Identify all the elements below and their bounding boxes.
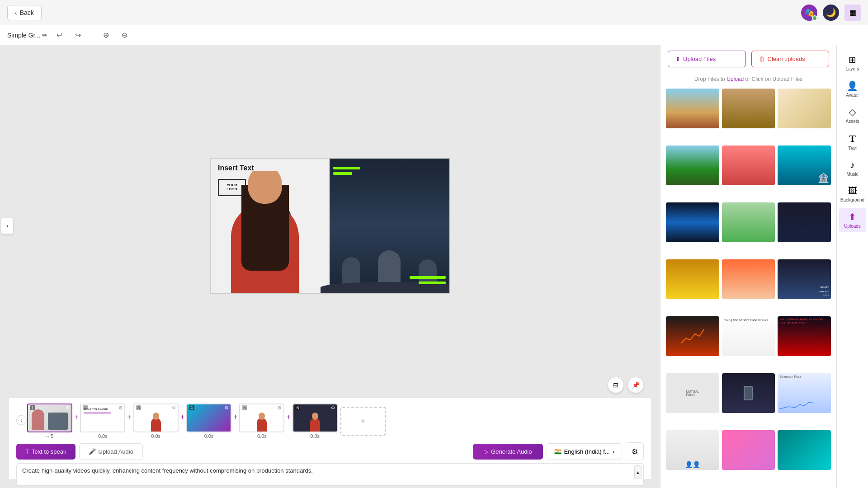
connector-1: + [73, 413, 79, 421]
settings-icon: ⚙ [632, 447, 638, 456]
slide-num-1: 1 [30, 405, 35, 410]
music-label: Music [846, 172, 858, 177]
slide-thumb-2[interactable]: 2 ⚙ TITLE TITLE HERE [80, 404, 125, 432]
image-thumb-crane[interactable] [778, 202, 831, 242]
image-thumb-map[interactable] [778, 89, 831, 128]
language-selector[interactable]: 🇮🇳 English (India) f... › [547, 443, 623, 460]
slide-item-2: 2 ⚙ TITLE TITLE HERE 0.0s [80, 404, 125, 439]
slide-thumb-3[interactable]: 3 ⚙ [133, 404, 179, 432]
sidebar-item-text[interactable]: T Text [839, 129, 866, 155]
project-name-text: Simple Gr... [7, 32, 40, 39]
clean-uploads-button[interactable]: 🗑 Clean uploads [751, 51, 830, 67]
image-thumb-teal[interactable] [778, 430, 831, 470]
image-thumb-sip[interactable]: SIP STOPPAGE RATIO AT RECORDHIGH OF 80% … [778, 316, 831, 356]
back-chevron-icon: ‹ [15, 9, 17, 16]
drop-upload-link[interactable]: Upload [726, 76, 744, 82]
image-thumb-debtfund[interactable]: Going tide of Debt Fund Inflows [722, 316, 775, 356]
zoom-in-button[interactable]: ⊕ [99, 29, 113, 41]
connector-6: + [340, 407, 386, 436]
upload-icon: ⬆ [675, 56, 680, 62]
edit-icon: ✏ [42, 32, 47, 39]
sidebar-item-avatar[interactable]: 👤 Avatar [839, 77, 866, 101]
image-thumb-goldcoins[interactable] [666, 259, 719, 299]
upload-audio-button[interactable]: 🎤 Upload Audio [79, 443, 143, 460]
image-thumb-phone[interactable] [722, 373, 775, 413]
timeline: ‹ 1 ⚙ --:5 + [9, 398, 651, 479]
slide-item-3: 3 ⚙ 0.0s [133, 404, 179, 439]
connector-5: + [285, 413, 291, 421]
canvas-right-meeting [330, 159, 449, 293]
slide-thumb-5[interactable]: 5 ⚙ [239, 404, 284, 432]
add-slide-button[interactable]: + [340, 407, 386, 436]
slide-item-5: 5 ⚙ 0.0s [239, 404, 284, 439]
slide-1-presenter [32, 409, 44, 430]
slide-thumb-1[interactable]: 1 ⚙ [27, 404, 72, 432]
image-thumb-piggy[interactable] [722, 145, 775, 185]
image-thumb-stadium[interactable] [722, 89, 775, 128]
drop-prefix: Drop Files to [694, 76, 726, 82]
image-thumb-growth[interactable] [666, 316, 719, 356]
layers-label: Layers [845, 66, 859, 71]
sidebar-item-assets[interactable]: ◇ Assets [839, 103, 866, 127]
image-thumb-adani[interactable]: adanimore andmore [778, 259, 831, 299]
chevron-right-icon: › [613, 448, 614, 455]
connector-3: + [179, 413, 185, 421]
play-icon: ▷ [484, 448, 488, 455]
slide-gear-3: ⚙ [172, 405, 176, 410]
zoom-out-button[interactable]: ⊖ [118, 29, 131, 41]
slide-num-3: 3 [136, 405, 142, 410]
sidebar-item-uploads[interactable]: ⬆ Uploads [839, 208, 866, 232]
panel-toggle-button[interactable]: › [1, 218, 14, 234]
moon-icon: 🌙 [826, 8, 836, 18]
slide-gear-4: ⚙ [225, 405, 229, 410]
green-bar-1 [333, 167, 360, 169]
background-label: Background [840, 197, 864, 202]
text-to-speak-button[interactable]: T Text to speak [16, 444, 75, 460]
pin-button[interactable]: 📌 [627, 377, 644, 393]
assets-icon: ◇ [849, 107, 856, 117]
upload-audio-label: Upload Audio [99, 448, 133, 455]
text-scroll-up[interactable]: ▲ [634, 465, 642, 479]
slide-1-meeting [48, 413, 68, 430]
slide-view-button[interactable]: ⊟ [608, 377, 624, 393]
image-thumb-buildings[interactable] [666, 89, 719, 128]
image-thumb-gradient-pink[interactable] [722, 430, 775, 470]
sidebar-item-music[interactable]: ♪ Music [839, 156, 866, 180]
theme-toggle-button[interactable]: 🌙 [823, 5, 839, 21]
uploads-icon: ⬆ [849, 211, 856, 222]
image-thumb-mutualfund[interactable]: MUTUALFUND [666, 373, 719, 413]
slide-thumb-6[interactable]: 6 ⚙ [292, 404, 338, 432]
image-thumb-house[interactable] [722, 202, 775, 242]
back-label: Back [20, 9, 34, 16]
right-panel-header: ⬆ Upload Files 🗑 Clean uploads [660, 45, 836, 73]
audio-settings-button[interactable]: ⚙ [626, 442, 644, 460]
timeline-nav-left[interactable]: ‹ [16, 415, 26, 425]
back-button[interactable]: ‹ Back [7, 5, 42, 20]
redo-button[interactable]: ↪ [71, 29, 85, 41]
generate-audio-button[interactable]: ▷ Generate Audio [473, 444, 542, 460]
project-name[interactable]: Simple Gr... ✏ [7, 32, 47, 39]
avatar[interactable]: 🎭 [801, 5, 817, 21]
image-thumb-chart[interactable] [666, 202, 719, 242]
text-icon: T [25, 448, 29, 455]
timeline-slides-row: ‹ 1 ⚙ --:5 + [16, 404, 644, 439]
toolbar-divider [92, 31, 92, 40]
audio-controls: T Text to speak 🎤 Upload Audio ▷ Generat… [16, 442, 644, 460]
image-thumb-fields[interactable] [666, 145, 719, 185]
canvas-controls: ⊟ 📌 [608, 377, 644, 393]
upload-files-button[interactable]: ⬆ Upload Files [668, 51, 746, 67]
image-thumb-ethereum[interactable]: Ethereum Price [778, 373, 831, 413]
sidebar-item-background[interactable]: 🖼 Background [839, 182, 866, 206]
image-thumb-bank[interactable]: 🏦 [778, 145, 831, 185]
slide-gear-2: ⚙ [118, 405, 123, 410]
slide-5-time: 0.0s [257, 433, 267, 439]
image-thumb-people[interactable]: 👤👤 [666, 430, 719, 470]
slide-item-6: 6 ⚙ 0.0s [292, 404, 338, 439]
slide-thumb-4[interactable]: 4 ⚙ [186, 404, 231, 432]
sidebar-item-layers[interactable]: ⊞ Layers [839, 51, 866, 75]
image-thumb-sunset[interactable] [722, 259, 775, 299]
connector-4: + [232, 413, 238, 421]
image-grid: 🏦 adanimore andmore Going tide of Debt F… [660, 85, 836, 488]
undo-button[interactable]: ↩ [53, 29, 66, 41]
panel-icon[interactable]: ▦ [844, 5, 861, 21]
